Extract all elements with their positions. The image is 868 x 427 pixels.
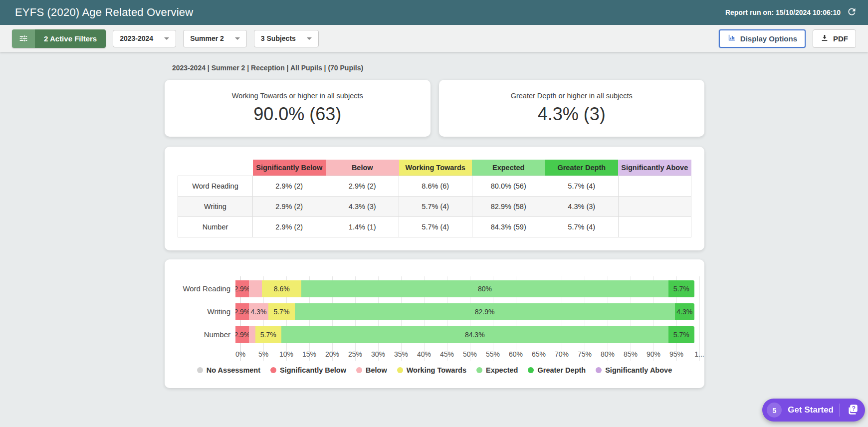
display-options-button[interactable]: Display Options xyxy=(719,29,806,48)
table-corner-cell xyxy=(178,160,253,176)
axis-tick-label: 80% xyxy=(601,350,615,358)
axis-tick-label: 65% xyxy=(532,350,546,358)
legend-dot xyxy=(528,367,534,373)
table-body: Word Reading2.9% (2)2.9% (2)8.6% (6)80.0… xyxy=(178,176,691,237)
table-cell: 5.7% (4) xyxy=(399,196,472,216)
year-dropdown-value: 2023-2024 xyxy=(120,34,153,42)
report-content: 2023-2024 | Summer 2 | Reception | All P… xyxy=(0,52,704,388)
year-dropdown[interactable]: 2023-2024 xyxy=(113,30,176,47)
legend-dot xyxy=(476,367,482,373)
chart-bar-row: Number2.9%5.7%84.3%5.7% xyxy=(178,326,699,343)
get-started-count-badge: 5 xyxy=(767,403,782,418)
table-row-label: Number xyxy=(178,216,253,237)
help-icon[interactable]: ? xyxy=(846,403,859,418)
axis-tick-label: 45% xyxy=(440,350,454,358)
bar-segment-below xyxy=(249,326,255,343)
bar-segment-value: 4.3% xyxy=(250,308,266,316)
summary-card-label: Greater Depth or higher in all subjects xyxy=(511,92,633,100)
term-dropdown[interactable]: Summer 2 xyxy=(183,30,247,47)
breadcrumb: 2023-2024 | Summer 2 | Reception | All P… xyxy=(172,64,704,72)
summary-card-value: 90.0% (63) xyxy=(253,104,341,125)
axis-tick-label: 70% xyxy=(555,350,569,358)
table-cell xyxy=(618,216,691,237)
table-column-header-greater-depth: Greater Depth xyxy=(545,160,619,176)
bar-segment-value: 5.7% xyxy=(260,331,276,339)
bar-segment-significantly-below: 2.9% xyxy=(235,326,249,343)
table-column-header-expected: Expected xyxy=(472,160,545,176)
legend-dot xyxy=(197,367,203,373)
chart-bar-row: Writing2.9%4.3%5.7%82.9%4.3% xyxy=(178,303,699,320)
refresh-button[interactable] xyxy=(847,6,857,18)
axis-tick-label: 10% xyxy=(279,350,293,358)
bar-segment-value: 2.9% xyxy=(235,285,250,293)
bar-chart-icon xyxy=(727,33,736,43)
app-header: EYFS (2020) Age Related Overview Report … xyxy=(0,0,868,25)
axis-tick-label: 30% xyxy=(371,350,385,358)
bar-segment-value: 82.9% xyxy=(475,308,495,316)
pdf-label: PDF xyxy=(833,34,848,43)
sliders-filter-icon xyxy=(12,29,35,48)
axis-tick-label: 35% xyxy=(394,350,408,358)
chart-bar-track: 2.9%8.6%80%5.7% xyxy=(235,280,694,297)
legend-dot xyxy=(270,367,276,373)
download-icon xyxy=(821,34,829,43)
table-cell: 2.9% (2) xyxy=(253,216,326,237)
axis-tick-label: 1... xyxy=(694,350,704,358)
chart-bar-row: Word Reading2.9%8.6%80%5.7% xyxy=(178,280,699,297)
bar-segment-value: 5.7% xyxy=(673,331,689,339)
table-cell: 5.7% (4) xyxy=(399,216,472,237)
summary-card-greater-depth: Greater Depth or higher in all subjects … xyxy=(439,80,705,137)
get-started-button[interactable]: 5 Get Started ? xyxy=(762,399,865,422)
axis-tick-label: 15% xyxy=(302,350,316,358)
bar-segment-value: 5.7% xyxy=(273,308,289,316)
axis-tick-label: 0% xyxy=(235,350,245,358)
table-column-header-significantly-above: Significantly Above xyxy=(618,160,691,176)
bar-segment-greater-depth: 5.7% xyxy=(668,280,694,297)
table-column-header-working-towards: Working Towards xyxy=(399,160,472,176)
legend-item-no-assessment: No Assessment xyxy=(197,366,260,374)
subjects-dropdown[interactable]: 3 Subjects xyxy=(254,30,319,47)
table-header-row: Significantly BelowBelowWorking TowardsE… xyxy=(178,160,691,176)
axis-tick-label: 85% xyxy=(624,350,638,358)
svg-text:?: ? xyxy=(852,405,856,412)
axis-tick-label: 20% xyxy=(325,350,339,358)
legend-item-expected: Expected xyxy=(476,366,518,374)
active-filters-button[interactable]: 2 Active Filters xyxy=(12,29,106,48)
legend-item-greater-depth: Greater Depth xyxy=(528,366,586,374)
chart-x-axis: 0%5%10%15%20%25%30%35%40%45%50%55%60%65%… xyxy=(240,348,699,359)
axis-tick-label: 60% xyxy=(509,350,523,358)
results-table: Significantly BelowBelowWorking TowardsE… xyxy=(178,160,691,237)
bar-segment-greater-depth: 5.7% xyxy=(668,326,694,343)
legend-label: No Assessment xyxy=(207,366,260,374)
chevron-down-icon xyxy=(235,37,240,40)
bar-segment-value: 80% xyxy=(478,285,492,293)
legend-label: Working Towards xyxy=(407,366,466,374)
bar-segment-below xyxy=(249,280,262,297)
legend-item-significantly-below: Significantly Below xyxy=(270,366,346,374)
legend-label: Below xyxy=(366,366,387,374)
chart-bar-track: 2.9%4.3%5.7%82.9%4.3% xyxy=(235,303,694,320)
refresh-icon xyxy=(847,6,857,18)
table-cell: 4.3% (3) xyxy=(545,196,619,216)
legend-label: Expected xyxy=(486,366,518,374)
bar-segment-value: 2.9% xyxy=(235,331,250,339)
chart-category-label: Number xyxy=(178,330,235,339)
table-cell: 2.9% (2) xyxy=(253,196,326,216)
bar-segment-working-towards: 8.6% xyxy=(262,280,301,297)
table-row: Word Reading2.9% (2)2.9% (2)8.6% (6)80.0… xyxy=(178,176,691,196)
table-cell: 2.9% (2) xyxy=(326,176,399,196)
axis-tick-label: 95% xyxy=(669,350,683,358)
stacked-bar-chart: Word Reading2.9%8.6%80%5.7%Writing2.9%4.… xyxy=(178,280,699,359)
legend-item-working-towards: Working Towards xyxy=(397,366,466,374)
axis-tick-label: 25% xyxy=(348,350,362,358)
chart-bar-track: 2.9%5.7%84.3%5.7% xyxy=(235,326,694,343)
active-filters-label: 2 Active Filters xyxy=(35,29,106,48)
pdf-export-button[interactable]: PDF xyxy=(813,29,856,48)
divider xyxy=(840,404,840,417)
summary-card-working-towards: Working Towards or higher in all subject… xyxy=(165,80,431,137)
bar-segment-expected: 82.9% xyxy=(295,303,675,320)
axis-tick-label: 90% xyxy=(647,350,660,358)
bar-segment-expected: 80% xyxy=(301,280,668,297)
legend-dot xyxy=(356,367,362,373)
table-row: Writing2.9% (2)4.3% (3)5.7% (4)82.9% (58… xyxy=(178,196,691,216)
